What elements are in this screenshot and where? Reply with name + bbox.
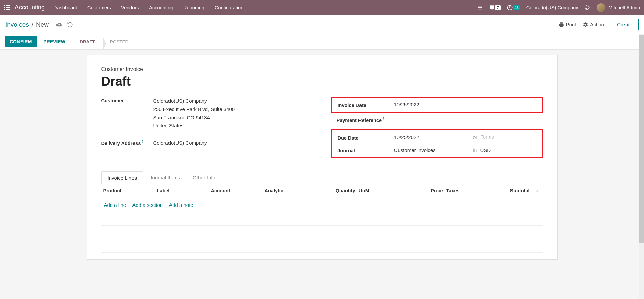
breadcrumb: Invoices / New xyxy=(5,21,73,28)
main-menu: Dashboard Customers Vendors Accounting R… xyxy=(53,5,243,10)
breadcrumb-bar: Invoices / New Print Action Create xyxy=(0,15,644,34)
menu-dashboard[interactable]: Dashboard xyxy=(53,5,77,10)
menu-reporting[interactable]: Reporting xyxy=(183,5,204,10)
add-line-link[interactable]: Add a line xyxy=(104,202,126,208)
customer-field[interactable]: Colorado(US) Company 250 Executive Park … xyxy=(153,97,314,130)
col-price[interactable]: Price xyxy=(409,188,443,194)
menu-customers[interactable]: Customers xyxy=(87,5,111,10)
content-area: Customer Invoice Draft Customer Colorado… xyxy=(0,50,644,299)
discard-icon[interactable] xyxy=(67,21,73,28)
delivery-label: Delivery Address? xyxy=(101,139,153,146)
empty-row[interactable] xyxy=(101,239,543,253)
tab-other-info[interactable]: Other Info xyxy=(186,171,222,184)
highlight-invoice-date: Invoice Date 10/25/2022 xyxy=(331,97,543,113)
user-name: Mitchell Admin xyxy=(609,5,640,10)
form-tabs: Invoice Lines Journal Items Other Info xyxy=(101,171,543,184)
scroll-thumb[interactable] xyxy=(639,35,644,243)
form-sheet: Customer Invoice Draft Customer Colorado… xyxy=(87,55,558,260)
empty-row[interactable] xyxy=(101,212,543,226)
phone-icon[interactable] xyxy=(477,5,483,11)
user-menu[interactable]: Mitchell Admin xyxy=(597,3,640,12)
invoice-lines-table: Product Label Account Analytic Quantity … xyxy=(101,184,543,253)
empty-row[interactable] xyxy=(101,226,543,239)
tools-icon[interactable] xyxy=(584,5,591,11)
app-title[interactable]: Accounting xyxy=(15,4,45,11)
delivery-field[interactable]: Colorado(US) Company xyxy=(153,139,314,147)
vertical-scrollbar[interactable] xyxy=(639,34,644,299)
chat-icon[interactable]: 7 xyxy=(489,5,500,10)
breadcrumb-actions: Print Action Create xyxy=(559,19,639,30)
tab-journal-items[interactable]: Journal Items xyxy=(143,171,186,184)
breadcrumb-parent[interactable]: Invoices xyxy=(5,21,29,28)
chat-badge: 7 xyxy=(495,5,500,10)
menu-accounting[interactable]: Accounting xyxy=(149,5,173,10)
invoice-date-label: Invoice Date xyxy=(338,102,394,108)
document-title: Draft xyxy=(101,74,543,89)
form-left-column: Customer Colorado(US) Company 250 Execut… xyxy=(101,97,314,160)
add-section-link[interactable]: Add a section xyxy=(132,202,163,208)
menu-vendors[interactable]: Vendors xyxy=(121,5,139,10)
status-pipeline: DRAFT POSTED xyxy=(72,36,136,48)
status-posted[interactable]: POSTED xyxy=(103,36,136,48)
document-type: Customer Invoice xyxy=(101,66,543,72)
journal-field[interactable]: Customer Invoices in USD xyxy=(394,146,536,155)
due-date-field[interactable]: 10/25/2022 or Terms xyxy=(394,133,536,142)
help-icon[interactable]: ? xyxy=(141,140,143,144)
breadcrumb-separator: / xyxy=(32,21,33,28)
apps-icon[interactable] xyxy=(4,5,10,11)
invoice-date-field[interactable]: 10/25/2022 xyxy=(394,101,536,109)
col-quantity[interactable]: Quantity xyxy=(325,188,355,194)
confirm-button[interactable]: CONFIRM xyxy=(5,36,37,47)
breadcrumb-current: New xyxy=(36,21,49,28)
due-date-label: Due Date xyxy=(338,134,394,141)
avatar-icon xyxy=(597,3,605,12)
journal-label: Journal xyxy=(338,147,394,153)
status-draft[interactable]: DRAFT xyxy=(72,36,103,48)
col-analytic[interactable]: Analytic xyxy=(265,188,325,194)
table-header: Product Label Account Analytic Quantity … xyxy=(101,184,543,198)
form-right-column: Invoice Date 10/25/2022 Payment Referenc… xyxy=(331,97,543,160)
terms-field[interactable]: Terms xyxy=(481,133,494,141)
col-taxes[interactable]: Taxes xyxy=(443,188,477,194)
save-icon[interactable] xyxy=(56,21,62,28)
highlight-due-journal: Due Date 10/25/2022 or Terms Journal Cus… xyxy=(331,129,543,158)
add-note-link[interactable]: Add a note xyxy=(169,202,193,208)
tab-invoice-lines[interactable]: Invoice Lines xyxy=(101,171,144,184)
navbar-right: 7 43 Colorado(US) Company Mitchell Admin xyxy=(477,3,640,12)
currency-field[interactable]: USD xyxy=(480,146,491,155)
payment-ref-field[interactable] xyxy=(393,116,537,123)
action-button[interactable]: Action xyxy=(583,22,604,27)
col-account[interactable]: Account xyxy=(211,188,265,194)
col-uom[interactable]: UoM xyxy=(355,188,409,194)
in-text: in xyxy=(473,146,477,154)
col-product[interactable]: Product xyxy=(103,188,157,194)
print-button[interactable]: Print xyxy=(559,22,576,27)
col-label[interactable]: Label xyxy=(157,188,211,194)
add-row: Add a line Add a section Add a note xyxy=(101,198,543,212)
customer-label: Customer xyxy=(101,97,153,103)
optional-columns-icon[interactable] xyxy=(530,188,541,194)
clock-icon[interactable]: 43 xyxy=(507,5,520,11)
preview-button[interactable]: PREVIEW xyxy=(37,36,72,47)
top-navbar: Accounting Dashboard Customers Vendors A… xyxy=(0,0,644,15)
status-bar: CONFIRM PREVIEW DRAFT POSTED xyxy=(0,34,644,50)
company-switcher[interactable]: Colorado(US) Company xyxy=(526,5,578,10)
menu-configuration[interactable]: Configuration xyxy=(215,5,243,10)
clock-badge: 43 xyxy=(513,5,520,10)
col-subtotal[interactable]: Subtotal xyxy=(477,188,530,194)
payment-ref-label: Payment Reference? xyxy=(337,116,393,123)
create-button[interactable]: Create xyxy=(611,19,639,30)
or-text: or xyxy=(473,134,477,141)
help-icon[interactable]: ? xyxy=(382,117,384,121)
